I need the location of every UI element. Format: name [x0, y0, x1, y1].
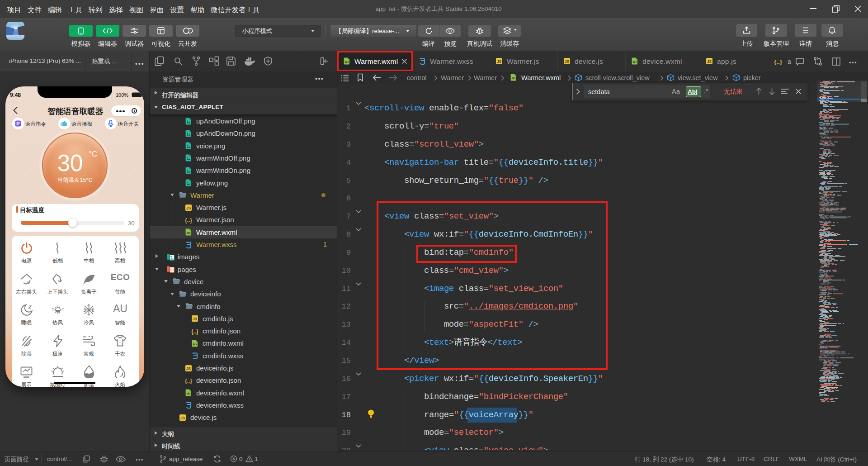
- svg-text:JS: JS: [565, 60, 570, 64]
- svg-text:JS: JS: [186, 366, 191, 371]
- svg-text:JS: JS: [193, 317, 198, 321]
- svg-text:{..}: {..}: [191, 328, 198, 334]
- svg-text:JS: JS: [186, 206, 191, 210]
- svg-text:{..}: {..}: [185, 377, 192, 384]
- svg-text:{..}: {..}: [185, 217, 192, 223]
- svg-text:JS: JS: [707, 60, 712, 64]
- svg-text:JS: JS: [180, 416, 185, 420]
- svg-text:JS: JS: [497, 60, 502, 64]
- svg-text:{..}: {..}: [774, 58, 783, 65]
